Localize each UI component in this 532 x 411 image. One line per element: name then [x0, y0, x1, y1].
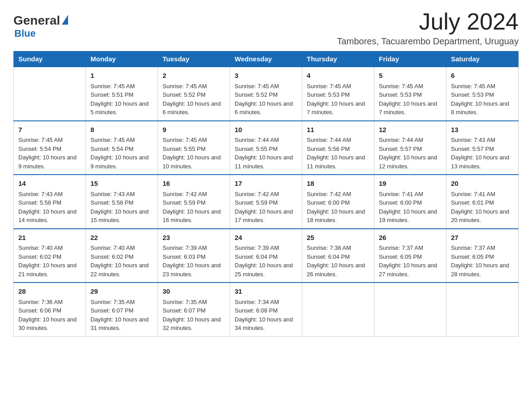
day-cell-content: 29Sunrise: 7:35 AMSunset: 6:07 PMDayligh… — [90, 287, 153, 333]
table-row: 8Sunrise: 7:45 AMSunset: 5:54 PMDaylight… — [86, 121, 158, 175]
sunrise-text: Sunrise: 7:36 AM — [18, 299, 63, 305]
calendar-week-5: 28Sunrise: 7:36 AMSunset: 6:06 PMDayligh… — [14, 283, 519, 336]
sunrise-text: Sunrise: 7:43 AM — [90, 191, 135, 197]
logo-blue-text: Blue — [14, 28, 36, 39]
daylight-text: Daylight: 10 hours and 26 minutes. — [307, 262, 365, 278]
location-subtitle: Tambores, Tacuarembo Department, Uruguay — [337, 36, 519, 47]
sunset-text: Sunset: 5:59 PM — [163, 199, 206, 206]
calendar-week-1: 1Sunrise: 7:45 AMSunset: 5:51 PMDaylight… — [14, 67, 519, 121]
day-cell-content: 20Sunrise: 7:41 AMSunset: 6:01 PMDayligh… — [451, 179, 514, 225]
sunrise-text: Sunrise: 7:45 AM — [235, 83, 279, 90]
day-number: 19 — [379, 179, 442, 189]
daylight-text: Daylight: 10 hours and 30 minutes. — [18, 316, 77, 332]
daylight-text: Daylight: 10 hours and 18 minutes. — [307, 208, 365, 224]
day-cell-content: 3Sunrise: 7:45 AMSunset: 5:52 PMDaylight… — [235, 71, 297, 117]
sunrise-text: Sunrise: 7:39 AM — [235, 244, 279, 251]
table-row: 21Sunrise: 7:40 AMSunset: 6:02 PMDayligh… — [14, 229, 86, 283]
sunrise-text: Sunrise: 7:42 AM — [235, 191, 279, 197]
day-number: 29 — [90, 287, 153, 297]
sunset-text: Sunset: 5:57 PM — [451, 146, 494, 152]
sunset-text: Sunset: 5:58 PM — [18, 199, 61, 206]
table-row: 24Sunrise: 7:39 AMSunset: 6:04 PMDayligh… — [230, 229, 302, 283]
daylight-text: Daylight: 10 hours and 15 minutes. — [90, 208, 149, 224]
daylight-text: Daylight: 10 hours and 16 minutes. — [163, 208, 221, 224]
sunset-text: Sunset: 5:56 PM — [307, 146, 350, 152]
calendar-week-4: 21Sunrise: 7:40 AMSunset: 6:02 PMDayligh… — [14, 229, 519, 283]
daylight-text: Daylight: 10 hours and 5 minutes. — [90, 100, 149, 116]
day-cell-content: 19Sunrise: 7:41 AMSunset: 6:00 PMDayligh… — [379, 179, 442, 225]
sunset-text: Sunset: 6:02 PM — [18, 253, 61, 260]
day-number: 8 — [90, 125, 153, 135]
sunrise-text: Sunrise: 7:44 AM — [235, 137, 279, 143]
table-row: 18Sunrise: 7:42 AMSunset: 6:00 PMDayligh… — [302, 175, 374, 229]
sunrise-text: Sunrise: 7:45 AM — [90, 137, 135, 143]
day-cell-content: 21Sunrise: 7:40 AMSunset: 6:02 PMDayligh… — [18, 233, 81, 279]
sunset-text: Sunset: 6:05 PM — [379, 253, 422, 260]
header-wednesday: Wednesday — [230, 51, 302, 67]
table-row: 23Sunrise: 7:39 AMSunset: 6:03 PMDayligh… — [158, 229, 230, 283]
table-row: 11Sunrise: 7:44 AMSunset: 5:56 PMDayligh… — [302, 121, 374, 175]
day-cell-content: 26Sunrise: 7:37 AMSunset: 6:05 PMDayligh… — [379, 233, 442, 279]
daylight-text: Daylight: 10 hours and 7 minutes. — [307, 100, 365, 116]
day-number: 4 — [307, 71, 369, 81]
sunrise-text: Sunrise: 7:45 AM — [163, 83, 207, 90]
day-cell-content: 9Sunrise: 7:45 AMSunset: 5:55 PMDaylight… — [163, 125, 225, 171]
sunrise-text: Sunrise: 7:45 AM — [90, 83, 135, 90]
sunrise-text: Sunrise: 7:34 AM — [235, 299, 279, 305]
sunrise-text: Sunrise: 7:35 AM — [163, 299, 207, 305]
sunrise-text: Sunrise: 7:45 AM — [379, 83, 423, 90]
calendar-header-row: Sunday Monday Tuesday Wednesday Thursday… — [14, 51, 519, 67]
sunrise-text: Sunrise: 7:41 AM — [451, 191, 495, 197]
day-number: 18 — [307, 179, 369, 189]
table-row: 31Sunrise: 7:34 AMSunset: 6:08 PMDayligh… — [230, 283, 302, 336]
day-number: 10 — [235, 125, 297, 135]
day-number: 9 — [163, 125, 225, 135]
day-cell-content: 15Sunrise: 7:43 AMSunset: 5:58 PMDayligh… — [90, 179, 153, 225]
sunrise-text: Sunrise: 7:44 AM — [307, 137, 351, 143]
sunset-text: Sunset: 5:54 PM — [18, 146, 61, 152]
daylight-text: Daylight: 10 hours and 32 minutes. — [163, 316, 221, 332]
day-cell-content: 7Sunrise: 7:45 AMSunset: 5:54 PMDaylight… — [18, 125, 81, 171]
day-number: 21 — [18, 233, 81, 243]
table-row: 3Sunrise: 7:45 AMSunset: 5:52 PMDaylight… — [230, 67, 302, 121]
sunset-text: Sunset: 5:53 PM — [307, 91, 350, 98]
daylight-text: Daylight: 10 hours and 13 minutes. — [451, 154, 509, 170]
table-row: 30Sunrise: 7:35 AMSunset: 6:07 PMDayligh… — [158, 283, 230, 336]
sunrise-text: Sunrise: 7:37 AM — [451, 244, 495, 251]
daylight-text: Daylight: 10 hours and 9 minutes. — [90, 154, 149, 170]
day-number: 6 — [451, 71, 514, 81]
header-saturday: Saturday — [446, 51, 519, 67]
day-number: 1 — [90, 71, 153, 81]
table-row: 13Sunrise: 7:43 AMSunset: 5:57 PMDayligh… — [446, 121, 519, 175]
table-row: 25Sunrise: 7:38 AMSunset: 6:04 PMDayligh… — [302, 229, 374, 283]
day-number: 15 — [90, 179, 153, 189]
calendar-table: Sunday Monday Tuesday Wednesday Thursday… — [13, 51, 519, 337]
day-number: 11 — [307, 125, 369, 135]
sunrise-text: Sunrise: 7:38 AM — [307, 244, 351, 251]
day-number: 17 — [235, 179, 297, 189]
daylight-text: Daylight: 10 hours and 28 minutes. — [451, 262, 509, 278]
sunrise-text: Sunrise: 7:39 AM — [163, 244, 207, 251]
sunset-text: Sunset: 5:52 PM — [235, 91, 278, 98]
day-cell-content: 22Sunrise: 7:40 AMSunset: 6:02 PMDayligh… — [90, 233, 153, 279]
table-row: 15Sunrise: 7:43 AMSunset: 5:58 PMDayligh… — [86, 175, 158, 229]
sunrise-text: Sunrise: 7:44 AM — [379, 137, 423, 143]
day-number: 31 — [235, 287, 297, 297]
day-number: 23 — [163, 233, 225, 243]
day-number: 20 — [451, 179, 514, 189]
day-cell-content: 11Sunrise: 7:44 AMSunset: 5:56 PMDayligh… — [307, 125, 369, 171]
day-cell-content: 30Sunrise: 7:35 AMSunset: 6:07 PMDayligh… — [163, 287, 225, 333]
table-row: 19Sunrise: 7:41 AMSunset: 6:00 PMDayligh… — [374, 175, 446, 229]
sunset-text: Sunset: 6:02 PM — [90, 253, 133, 260]
day-cell-content: 6Sunrise: 7:45 AMSunset: 5:53 PMDaylight… — [451, 71, 514, 117]
sunset-text: Sunset: 5:58 PM — [90, 199, 133, 206]
sunset-text: Sunset: 6:05 PM — [451, 253, 494, 260]
day-cell-content: 10Sunrise: 7:44 AMSunset: 5:55 PMDayligh… — [235, 125, 297, 171]
day-number: 28 — [18, 287, 81, 297]
sunset-text: Sunset: 6:00 PM — [379, 199, 422, 206]
day-cell-content: 24Sunrise: 7:39 AMSunset: 6:04 PMDayligh… — [235, 233, 297, 279]
sunrise-text: Sunrise: 7:43 AM — [18, 191, 63, 197]
month-year-title: July 2024 — [337, 9, 519, 34]
table-row: 12Sunrise: 7:44 AMSunset: 5:57 PMDayligh… — [374, 121, 446, 175]
table-row: 27Sunrise: 7:37 AMSunset: 6:05 PMDayligh… — [446, 229, 519, 283]
